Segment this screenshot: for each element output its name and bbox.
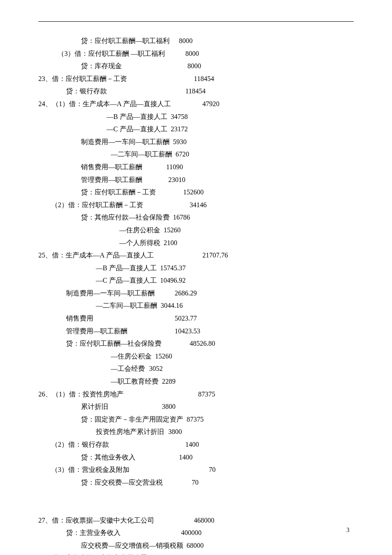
- entry-line: 制造费用—一车间—职工薪酬5930: [38, 136, 354, 148]
- entry-label: 贷：应付职工薪酬—职工福利: [38, 35, 170, 47]
- entry-value: 3044.16: [157, 299, 183, 312]
- entry-line: —二车间—职工薪酬3044.16: [38, 299, 354, 312]
- entry-label: 制造费用—一车间—职工薪酬: [38, 287, 155, 300]
- entry-value: 3800: [164, 425, 182, 438]
- entry-label: 销售费用—职工薪酬: [38, 161, 142, 173]
- entry-line: 贷：应付职工薪酬—职工福利8000: [38, 35, 354, 47]
- entry-label: 贷：应交税费—应交营业税: [38, 476, 163, 489]
- entry-label: —二车间—职工薪酬: [38, 148, 172, 161]
- entry-line: 贷：银行存款118454: [38, 85, 354, 98]
- page-number: 3: [346, 527, 349, 534]
- entry-value: 34146: [143, 199, 207, 211]
- entry-label: 24、（1）借：生产成本—A 产品—直接人工: [38, 98, 171, 110]
- entry-label: 管理费用—职工薪酬: [38, 173, 142, 186]
- entry-value: 3052: [145, 362, 163, 375]
- header-rule: [38, 21, 354, 22]
- entry-line: 销售费用—职工薪酬11090: [38, 161, 354, 173]
- entry-line: 23、借：应付职工薪酬－工资118454: [38, 72, 354, 85]
- entry-value: 68000: [183, 539, 204, 552]
- entry-label: 贷：应付职工薪酬—社会保险费: [38, 337, 161, 350]
- entry-value: 2289: [159, 375, 176, 388]
- entry-value: 15260: [152, 350, 172, 363]
- entry-label: 25、借：生产成本—A 产品—直接人工: [38, 249, 154, 262]
- entry-line: 24、（1）借：生产成本—A 产品—直接人工47920: [38, 98, 354, 110]
- entry-label: 贷：库存现金: [38, 60, 122, 72]
- entry-value: 585900: [147, 552, 214, 555]
- entry-label: 投资性房地产累计折旧: [38, 425, 164, 438]
- entry-line: 累计折旧3800: [38, 400, 354, 413]
- entry-label: 贷：其他应付款—社会保险费: [38, 211, 170, 224]
- entry-line: —B 产品—直接人工15745.37: [38, 262, 354, 275]
- entry-line: 应交税费—应交增值税—销项税额68000: [38, 539, 354, 552]
- entry-line: 贷：应付职工薪酬—社会保险费48526.80: [38, 337, 354, 350]
- entry-value: 5023.77: [93, 312, 197, 325]
- entry-label: 制造费用—一车间—职工薪酬: [38, 136, 170, 148]
- entry-label: 26、（1）借：投资性房地产: [38, 388, 124, 401]
- entry-value: 70: [163, 476, 199, 489]
- entry-value: 21707.76: [154, 249, 228, 262]
- entry-value: 5930: [170, 136, 187, 148]
- entry-line: 贷：主营业务收入400000: [38, 526, 354, 539]
- entry-line: —住房公积金15260: [38, 350, 354, 363]
- entry-label: 贷：其他业务收入: [38, 451, 135, 464]
- entry-line: 投资性房地产累计折旧3800: [38, 425, 354, 438]
- entry-value: 15745.37: [157, 262, 186, 275]
- entry-value: 10423.53: [127, 325, 200, 338]
- entry-line: —C 产品—直接人工10496.92: [38, 274, 354, 287]
- entry-value: 468000: [154, 514, 214, 527]
- entry-value: 48526.80: [161, 337, 215, 350]
- entry-value: 87375: [183, 413, 204, 426]
- entry-line: 制造费用—一车间—职工薪酬2686.29: [38, 287, 354, 300]
- entry-line: （2）借：应付职工薪酬－工资34146: [38, 199, 354, 211]
- entry-value: 10496.92: [157, 274, 186, 287]
- entry-value: 34758: [167, 110, 188, 123]
- entry-value: 118454: [127, 72, 214, 85]
- entry-label: —B 产品—直接人工: [38, 262, 157, 275]
- entry-label: 贷：银行存款: [38, 85, 107, 98]
- entry-line: 管理费用—职工薪酬10423.53: [38, 325, 354, 338]
- entry-value: 1400: [135, 451, 193, 464]
- entry-line: [38, 501, 354, 514]
- entry-value: 118454: [107, 85, 205, 98]
- entry-value: 23172: [167, 123, 188, 136]
- entry-line: 25、借：生产成本—A 产品—直接人工21707.76: [38, 249, 354, 262]
- entry-value: 47920: [171, 98, 219, 110]
- entry-line: 27、借：应收票据—安徽中大化工公司468000: [38, 514, 354, 527]
- entry-line: 28、借：应收账款—上海市化工公司585900: [38, 552, 354, 555]
- entry-label: —C 产品—直接人工: [38, 274, 157, 287]
- entry-label: 管理费用—职工薪酬: [38, 325, 127, 338]
- entry-line: （3）借：营业税金及附加70: [38, 463, 354, 476]
- entry-line: —二车间—职工薪酬6720: [38, 148, 354, 161]
- entry-label: —B 产品—直接人工: [38, 110, 167, 123]
- entry-value: 6720: [172, 148, 189, 161]
- entry-label: 累计折旧: [38, 400, 108, 413]
- entry-line: —职工教育经费2289: [38, 375, 354, 388]
- entry-line: —B 产品—直接人工34758: [38, 110, 354, 123]
- entry-label: （3）借：营业税金及附加: [38, 463, 130, 476]
- entry-line: —C 产品—直接人工23172: [38, 123, 354, 136]
- entry-value: 16786: [170, 211, 190, 224]
- entry-value: 3800: [108, 400, 176, 413]
- entry-line: 贷：应付职工薪酬－工资152600: [38, 186, 354, 199]
- entry-line: —工会经费3052: [38, 362, 354, 375]
- entry-line: （2）借：银行存款1400: [38, 438, 354, 451]
- entry-label: （2）借：应付职工薪酬－工资: [38, 199, 143, 211]
- entry-value: 2686.29: [155, 287, 197, 300]
- accounting-entries: 贷：应付职工薪酬—职工福利8000（3）借：应付职工薪酬 —职工福利8000贷：…: [38, 35, 354, 555]
- entry-line: （3）借：应付职工薪酬 —职工福利8000: [38, 47, 354, 60]
- entry-value: 8000: [170, 35, 193, 47]
- entry-label: —住房公积金: [38, 350, 152, 363]
- entry-label: 贷：主营业务收入: [38, 526, 121, 539]
- entry-line: 管理费用—职工薪酬23010: [38, 173, 354, 186]
- entry-label: —个人所得税: [38, 237, 160, 249]
- entry-value: 400000: [121, 526, 202, 539]
- entry-line: 贷：库存现金8000: [38, 60, 354, 72]
- entry-label: —C 产品—直接人工: [38, 123, 167, 136]
- entry-line: [38, 489, 354, 501]
- entry-label: —职工教育经费: [38, 375, 159, 388]
- entry-line: 贷：其他应付款—社会保险费16786: [38, 211, 354, 224]
- entry-line: 贷：应交税费—应交营业税70: [38, 476, 354, 489]
- entry-label: 贷：固定资产－非生产用固定资产: [38, 413, 183, 426]
- entry-label: （2）借：银行存款: [38, 438, 109, 451]
- entry-label: 销售费用: [38, 312, 93, 325]
